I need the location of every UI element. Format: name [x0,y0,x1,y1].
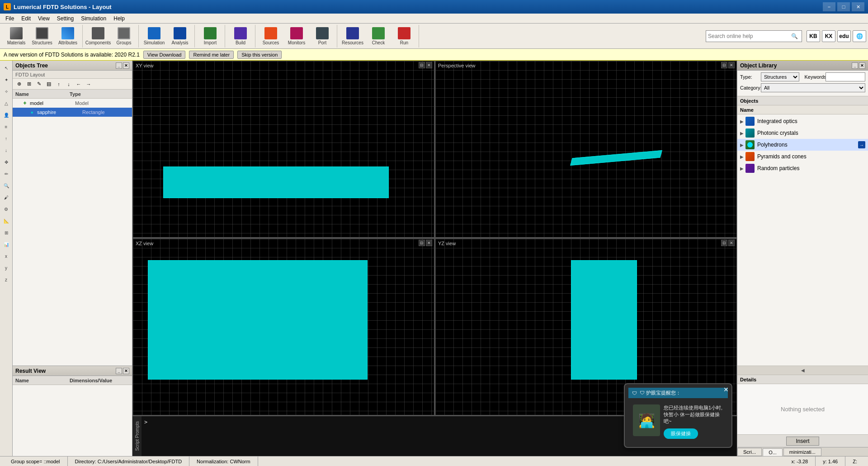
skip-version-button[interactable]: Skip this version [237,51,282,59]
menu-view[interactable]: View [34,14,53,24]
xz-float-btn[interactable]: ⊟ [419,240,425,246]
panel-minimize[interactable]: _ [116,62,122,69]
result-close[interactable]: ✕ [123,368,129,374]
tool-layers[interactable]: ≡ [1,121,12,132]
tool-pointer[interactable]: ↖ [1,62,12,73]
view-download-button[interactable]: View Download [143,51,186,59]
tree-row-model[interactable]: + model Model [13,99,132,108]
tool-triangle[interactable]: △ [1,98,12,109]
popup-title-text: 🛡 护眼宝提醒您： [640,390,681,396]
tool-person[interactable]: 👤 [1,109,12,120]
monitors-button[interactable]: Monitors [284,26,309,47]
tree-btn-1[interactable]: ⊕ [14,80,24,89]
obj-lib-close[interactable]: ✕ [859,62,865,69]
result-minimize[interactable]: _ [116,368,122,374]
obj-lib-minimize[interactable]: _ [852,62,858,69]
materials-button[interactable]: Materials [4,26,29,47]
obj-cat-pyramids[interactable]: ▶ Pyramids and cones [737,151,868,162]
resources-button[interactable]: Resources [340,26,365,47]
groups-button[interactable]: Groups [111,26,137,47]
tool-ruler[interactable]: 📐 [1,215,12,226]
tool-y-axis[interactable]: y [1,262,12,273]
obj-cat-polyhedrons[interactable]: ▶ Polyhedrons → [737,139,868,151]
check-button[interactable]: Check [366,26,391,47]
popup-action-btn[interactable]: 眼保健操 [664,428,698,439]
tree-btn-6[interactable]: ↓ [64,80,73,89]
tool-star2[interactable]: ✧ [1,86,12,97]
insert-button[interactable]: Insert [786,437,819,446]
menu-edit[interactable]: Edit [18,14,34,24]
keywords-label: Keywords: [805,74,823,80]
tool-arrow-up[interactable]: ↑ [1,133,12,144]
search-input[interactable] [708,33,789,39]
help-kb-button[interactable]: KB [807,30,820,42]
tool-gear[interactable]: ⚙ [1,204,12,214]
objects-tree-panel: Objects Tree _ ✕ FDTD Layout ⊕ ⊞ ✎ ▤ ↑ ↓… [13,61,132,366]
tool-star1[interactable]: ✦ [1,74,12,85]
tree-btn-8[interactable]: → [84,80,93,89]
structures-button[interactable]: Structures [29,26,55,47]
port-button[interactable]: Port [310,26,335,47]
obj-cat-random[interactable]: ▶ Random particles [737,162,868,174]
xy-float-btn[interactable]: ⊟ [419,62,425,68]
perspective-view[interactable]: Perspective view ⊟ ✕ [434,61,737,238]
menu-simulation[interactable]: Simulation [77,14,110,24]
tree-name-header: Name [13,91,67,97]
perspective-close-btn[interactable]: ✕ [728,62,735,68]
help-globe-button[interactable]: 🌐 [853,30,866,42]
obj-cat-integrated[interactable]: ▶ Integrated optics [737,115,868,127]
xy-close-btn[interactable]: ✕ [426,62,432,68]
tool-x-axis[interactable]: x [1,251,12,262]
obj-cat-photonic[interactable]: ▶ Photonic crystals [737,127,868,139]
tool-paint[interactable]: 🖌 [1,192,12,203]
help-edu-button[interactable]: edu [837,30,851,42]
keywords-input[interactable] [826,72,866,81]
run-button[interactable]: Run [392,26,417,47]
right-tab-script[interactable]: Scri... [737,448,762,456]
analysis-button[interactable]: Analysis [167,26,193,47]
import-button[interactable]: Import [198,26,223,47]
tool-pen[interactable]: ✏ [1,168,12,179]
tool-z-axis[interactable]: z [1,274,12,285]
popup-close-btn[interactable]: ✕ [723,386,729,393]
collapse-bar[interactable]: ◀ [737,366,868,375]
menu-help[interactable]: Help [110,14,128,24]
right-tab-minimization[interactable]: minimizati... [783,448,821,456]
panel-close[interactable]: ✕ [123,62,129,69]
close-button[interactable]: ✕ [852,2,864,11]
yz-close-btn[interactable]: ✕ [728,240,735,246]
tree-btn-4[interactable]: ▤ [44,80,53,89]
maximize-button[interactable]: □ [837,2,850,11]
tool-arrow-down[interactable]: ↓ [1,145,12,156]
remind-later-button[interactable]: Remind me later [189,51,234,59]
yz-float-btn[interactable]: ⊟ [721,240,727,246]
build-button[interactable]: Build [228,26,253,47]
search-button[interactable]: 🔍 [789,33,800,39]
components-button[interactable]: Components [85,26,111,47]
xy-view[interactable]: XY view ⊟ ✕ [132,61,434,238]
help-kx-button[interactable]: KX [822,30,835,42]
tool-move[interactable]: ✥ [1,157,12,167]
minimize-button[interactable]: − [823,2,835,11]
category-select[interactable]: All [761,83,865,92]
tree-row-sapphire[interactable]: ■ sapphire Rectangle [13,108,132,117]
menu-setting[interactable]: Setting [53,14,77,24]
xz-close-btn[interactable]: ✕ [426,240,432,246]
tree-btn-3[interactable]: ✎ [34,80,43,89]
sources-button[interactable]: Sources [258,26,283,47]
tree-expand-icon: + [22,100,28,106]
xz-view[interactable]: XZ view ⊟ ✕ [132,238,434,415]
simulation-button[interactable]: Simulation [142,26,167,47]
build-icon [234,27,247,39]
tree-btn-7[interactable]: ← [74,80,83,89]
type-select[interactable]: Structures Sources Monitors [761,72,799,81]
perspective-float-btn[interactable]: ⊟ [721,62,727,68]
right-tab-objects[interactable]: O... [763,448,783,456]
menu-file[interactable]: File [2,14,18,24]
tree-btn-2[interactable]: ⊞ [24,80,33,89]
attributes-button[interactable]: Attributes [55,26,80,47]
tool-search-view[interactable]: 🔍 [1,180,12,191]
tool-grid[interactable]: ⊞ [1,227,12,238]
tree-btn-5[interactable]: ↑ [54,80,63,89]
tool-chart[interactable]: 📊 [1,239,12,250]
